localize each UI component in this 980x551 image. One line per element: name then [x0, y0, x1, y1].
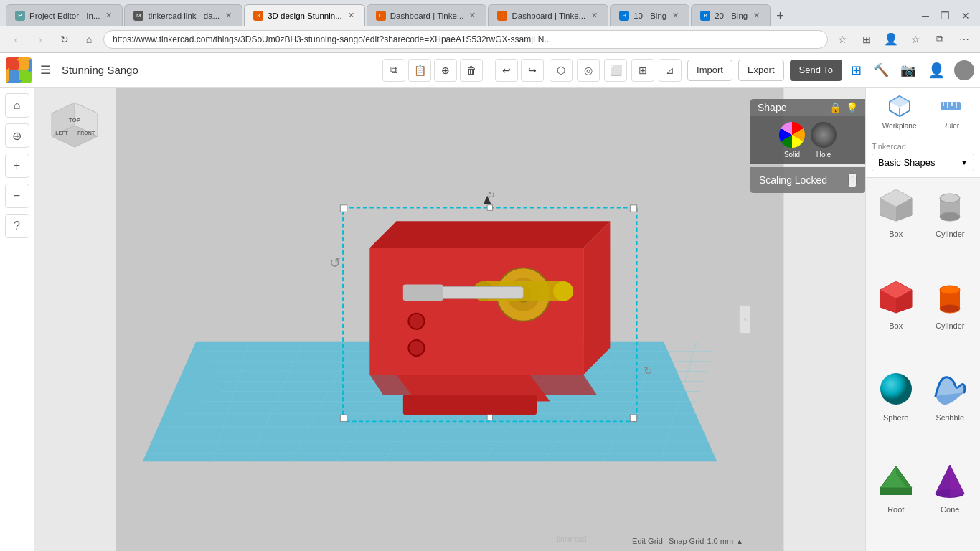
- cone-purple-icon: [928, 459, 971, 502]
- solid-button[interactable]: Solid: [779, 122, 805, 159]
- tab-1-close[interactable]: ✕: [104, 10, 113, 21]
- grid-view-icon[interactable]: ⊞: [848, 60, 864, 81]
- tab-3[interactable]: 3 3D design Stunnin... ✕: [244, 4, 365, 26]
- shape-cylinder-gray[interactable]: Cylinder: [926, 184, 975, 270]
- svg-marker-85: [950, 465, 964, 498]
- scaling-locked-help-icon[interactable]: ?: [848, 173, 857, 187]
- svg-text:LEFT: LEFT: [55, 131, 68, 136]
- hole-button[interactable]: Hole: [811, 122, 837, 159]
- hammer-icon[interactable]: 🔨: [870, 60, 892, 81]
- camera-icon[interactable]: 📷: [897, 60, 919, 81]
- tab-6[interactable]: B 10 - Bing ✕: [610, 4, 689, 26]
- shape-lock-icon[interactable]: 🔒: [829, 102, 842, 113]
- copy-button[interactable]: ⧉: [382, 59, 405, 82]
- undo-button[interactable]: ↩: [495, 59, 518, 82]
- viewport[interactable]: ↺ ↻ ↻ tinkercad TOP LEFT FRONT: [34, 88, 865, 551]
- bookmark-star[interactable]: ☆: [832, 29, 852, 50]
- shape-icon-2[interactable]: ◎: [577, 59, 600, 82]
- tab-3-close[interactable]: ✕: [347, 10, 356, 21]
- tab-2[interactable]: M tinkercad link - da... ✕: [124, 4, 242, 26]
- ruler-btn[interactable]: Ruler: [938, 93, 963, 130]
- tab-5-close[interactable]: ✕: [590, 10, 599, 21]
- home-button[interactable]: ⌂: [79, 29, 99, 50]
- shape-sphere-teal[interactable]: Sphere: [872, 367, 920, 453]
- snap-increment-button[interactable]: ▲: [736, 537, 743, 545]
- tab-search[interactable]: ⊞: [857, 29, 877, 50]
- hole-label: Hole: [816, 151, 831, 159]
- minimize-button[interactable]: ─: [918, 9, 933, 23]
- shape-type-buttons: Solid Hole: [750, 116, 865, 164]
- tab-7-close[interactable]: ✕: [752, 10, 761, 21]
- solid-label: Solid: [784, 151, 800, 159]
- svg-marker-57: [890, 96, 910, 108]
- zoom-in-btn[interactable]: +: [5, 154, 29, 178]
- basic-shapes-dropdown[interactable]: Basic Shapes ▼: [872, 154, 974, 171]
- tab-5[interactable]: D Dashboard | Tinke... ✕: [488, 4, 608, 26]
- export-button[interactable]: Export: [738, 60, 784, 81]
- shape-scribble[interactable]: Scribble: [926, 367, 975, 453]
- forward-button[interactable]: ›: [30, 29, 50, 50]
- cylinder-gray-icon: [928, 184, 971, 227]
- more-button[interactable]: ⋯: [954, 29, 974, 50]
- shape-cylinder-orange[interactable]: Cylinder: [926, 276, 975, 362]
- paste-button[interactable]: 📋: [408, 59, 431, 82]
- tab-4[interactable]: D Dashboard | Tinke... ✕: [367, 4, 487, 26]
- svg-text:↻: ↻: [644, 365, 653, 377]
- tab-7[interactable]: B 20 - Bing ✕: [691, 4, 771, 26]
- tab-1[interactable]: P Project Editor - In... ✕: [6, 4, 123, 26]
- edit-grid-button[interactable]: Edit Grid: [632, 537, 663, 545]
- view-cube[interactable]: TOP LEFT FRONT: [46, 99, 103, 156]
- shape-box-red[interactable]: Box: [872, 276, 920, 362]
- cone-label: Cone: [941, 505, 959, 514]
- shape-cone-purple[interactable]: Cone: [926, 459, 975, 545]
- svg-rect-39: [340, 205, 347, 212]
- home-left-btn[interactable]: ⌂: [5, 93, 29, 118]
- close-button[interactable]: ✕: [957, 9, 974, 23]
- tab-3-label: 3D design Stunnin...: [268, 11, 342, 20]
- shape-icon-3[interactable]: ⬜: [604, 59, 627, 82]
- user-avatar[interactable]: [954, 60, 974, 80]
- shape-box-gray[interactable]: Box: [872, 184, 920, 270]
- back-button[interactable]: ‹: [6, 29, 26, 50]
- address-input[interactable]: [103, 30, 828, 49]
- svg-point-36: [408, 314, 424, 329]
- menu-button[interactable]: ☰: [37, 60, 53, 80]
- zoom-out-btn[interactable]: −: [5, 184, 29, 208]
- toolbar-separator-1: [489, 62, 489, 79]
- new-tab-button[interactable]: +: [772, 6, 788, 26]
- move-btn[interactable]: ⊕: [5, 123, 29, 148]
- header-right: ⬡ ◎ ⬜ ⊞ ⊿ Import Export Send To ⊞ 🔨 📷 👤: [550, 59, 974, 82]
- help-btn[interactable]: ?: [5, 214, 29, 238]
- shape-icon-1[interactable]: ⬡: [550, 59, 573, 82]
- shape-icon-5[interactable]: ⊿: [659, 59, 682, 82]
- tab-6-label: 10 - Bing: [633, 11, 666, 20]
- favorites-icon[interactable]: ☆: [905, 29, 925, 50]
- shape-roof-green[interactable]: Roof: [872, 459, 920, 545]
- collapse-handle[interactable]: ›: [739, 305, 750, 334]
- delete-button[interactable]: 🗑: [460, 59, 483, 82]
- tab-4-close[interactable]: ✕: [468, 10, 477, 21]
- duplicate-button[interactable]: ⊕: [434, 59, 457, 82]
- user-profile[interactable]: 👤: [881, 29, 901, 50]
- svg-rect-42: [630, 415, 636, 421]
- browser-chrome: P Project Editor - In... ✕ M tinkercad l…: [0, 0, 980, 53]
- shape-help-icon[interactable]: 💡: [846, 102, 858, 113]
- snap-grid-label: Snap Grid: [669, 537, 705, 545]
- tab-6-close[interactable]: ✕: [671, 10, 680, 21]
- user-account-icon[interactable]: 👤: [925, 59, 948, 82]
- restore-button[interactable]: ❐: [936, 9, 954, 23]
- send-to-button[interactable]: Send To: [790, 60, 842, 81]
- collections-icon[interactable]: ⧉: [930, 29, 950, 50]
- import-button[interactable]: Import: [687, 60, 732, 81]
- right-icons: ⊞ 🔨 📷 👤: [848, 59, 974, 82]
- svg-rect-35: [403, 395, 537, 415]
- workplane-btn[interactable]: Workplane: [882, 93, 917, 130]
- tab-5-favicon: D: [497, 11, 507, 21]
- refresh-button[interactable]: ↻: [55, 29, 75, 50]
- svg-rect-33: [403, 285, 443, 301]
- shape-icon-4[interactable]: ⊞: [631, 59, 654, 82]
- tab-2-close[interactable]: ✕: [224, 10, 233, 21]
- redo-button[interactable]: ↪: [521, 59, 544, 82]
- scribble-label: Scribble: [936, 413, 964, 422]
- workplane-label: Workplane: [882, 122, 917, 130]
